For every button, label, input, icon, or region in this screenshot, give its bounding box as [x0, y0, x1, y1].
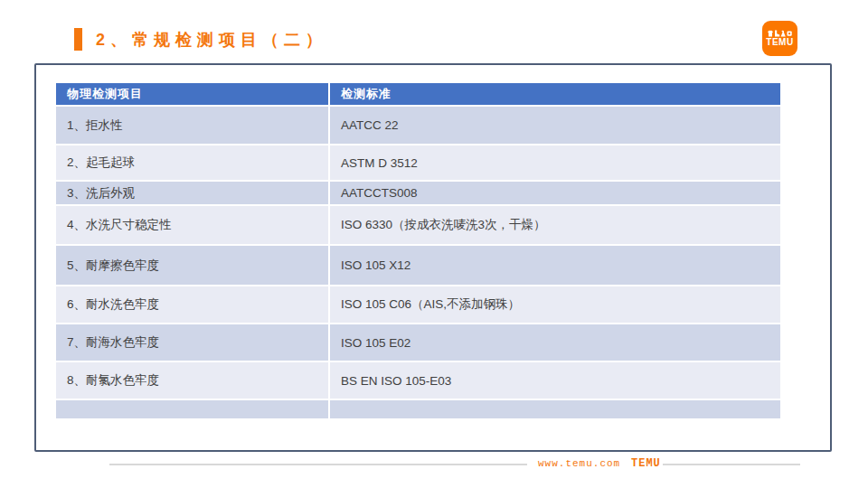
table-row: 6、耐水洗色牢度 ISO 105 C06（AIS,不添加钢珠）: [56, 286, 780, 323]
page-title: 2、常规检测项目（二）: [96, 29, 327, 51]
standard-cell: ISO 105 E02: [328, 324, 780, 361]
standard-cell: ISO 105 C06（AIS,不添加钢珠）: [328, 286, 780, 323]
inspection-table: 物理检测项目 检测标准 1、拒水性 AATCC 22 2、起毛起球 ASTM D…: [56, 81, 780, 420]
table-row: 1、拒水性 AATCC 22: [56, 107, 780, 144]
item-cell: 5、耐摩擦色牢度: [56, 246, 328, 285]
footer-divider-left: [109, 464, 527, 465]
item-cell: 4、水洗尺寸稳定性: [56, 206, 328, 244]
table-row: 5、耐摩擦色牢度 ISO 105 X12: [56, 246, 780, 285]
temu-products-icon: [768, 30, 792, 37]
item-cell: [56, 400, 328, 418]
standard-cell: BS EN ISO 105-E03: [328, 362, 780, 399]
item-cell: 1、拒水性: [56, 107, 328, 144]
standard-cell: ISO 105 X12: [328, 246, 780, 285]
table-row: 8、耐氯水色牢度 BS EN ISO 105-E03: [56, 362, 780, 399]
item-cell: 2、起毛起球: [56, 145, 328, 180]
footer-url: www.temu.com: [538, 458, 620, 469]
slide-header: 2、常规检测项目（二）: [74, 28, 327, 51]
table-row: 3、洗后外观 AATCCTS008: [56, 182, 780, 204]
table-row: 4、水洗尺寸稳定性 ISO 6330（按成衣洗唛洗3次，干燥）: [56, 206, 780, 244]
footer-divider-right: [663, 464, 800, 465]
footer-brand: TEMU: [631, 457, 661, 470]
column-header-item: 物理检测项目: [56, 83, 328, 105]
table-row: 2、起毛起球 ASTM D 3512: [56, 145, 780, 180]
content-panel: 物理检测项目 检测标准 1、拒水性 AATCC 22 2、起毛起球 ASTM D…: [34, 63, 832, 452]
temu-logo-text: TEMU: [766, 38, 793, 47]
item-cell: 6、耐水洗色牢度: [56, 286, 328, 323]
standard-cell: [328, 400, 780, 418]
temu-logo: TEMU: [762, 21, 797, 56]
item-cell: 7、耐海水色牢度: [56, 324, 328, 361]
table-header-row: 物理检测项目 检测标准: [56, 83, 780, 105]
title-accent-bar: [74, 28, 82, 51]
standard-cell: ASTM D 3512: [328, 145, 780, 180]
item-cell: 8、耐氯水色牢度: [56, 362, 328, 399]
standard-cell: AATCCTS008: [328, 182, 780, 204]
table-row-empty: [56, 400, 780, 418]
column-header-standard: 检测标准: [328, 83, 780, 105]
standard-cell: ISO 6330（按成衣洗唛洗3次，干燥）: [328, 206, 780, 244]
table-row: 7、耐海水色牢度 ISO 105 E02: [56, 324, 780, 361]
item-cell: 3、洗后外观: [56, 182, 328, 204]
standard-cell: AATCC 22: [328, 107, 780, 144]
slide: 2、常规检测项目（二） TEMU 物理检测项目 检测标准 1、拒水性: [0, 0, 868, 488]
